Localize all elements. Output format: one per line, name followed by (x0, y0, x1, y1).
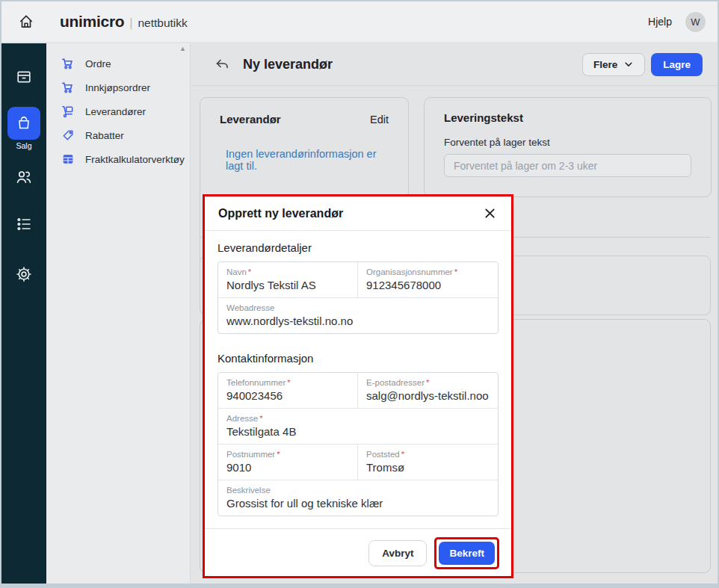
required-mark: * (426, 378, 429, 387)
logo-divider: | (129, 16, 132, 30)
required-mark: * (259, 414, 262, 423)
sidebar-item-fraktkalkulator[interactable]: Fraktkalkulatorverktøy (46, 147, 190, 171)
customers-icon[interactable] (1, 168, 46, 186)
adresse-input[interactable] (226, 424, 490, 439)
required-mark: * (277, 450, 280, 459)
back-arrow-icon[interactable] (212, 54, 232, 75)
modal-header: Opprett ny leverandør (205, 196, 511, 231)
modal-body: Leverandørdetaljer Navn* Organisasjonsnu… (205, 231, 511, 528)
delivery-card-title: Leveringstekst (444, 111, 523, 124)
field-navn: Navn* (218, 262, 358, 297)
field-postnummer: Postnummer* (218, 445, 358, 480)
modal-footer: Avbryt Bekreft (205, 528, 511, 578)
epostadresser-input[interactable] (366, 388, 490, 403)
supplier-edit-link[interactable]: Edit (370, 114, 389, 126)
page-title: Ny leverandør (243, 57, 333, 72)
required-mark: * (248, 267, 251, 276)
section-title-contact: Kontaktinformasjon (217, 352, 499, 365)
postnummer-input[interactable] (226, 459, 349, 474)
telefonnummer-input[interactable] (226, 388, 349, 403)
sidebar-item-label: Ordre (85, 58, 111, 69)
field-webadresse-label: Webadresse (226, 303, 274, 312)
sidebar-item-salg-label: Salg (1, 141, 46, 150)
create-supplier-modal: Opprett ny leverandør Leverandørdetaljer… (203, 194, 513, 578)
cart-icon (61, 81, 75, 95)
logo-unimicro: unimicro (60, 13, 124, 31)
supplier-details-group: Navn* Organisasjonsnummer* Webadresse (217, 261, 499, 334)
expected-stock-input[interactable] (444, 154, 691, 177)
app-window: unimicro | nettbutikk Hjelp W Salg (0, 0, 719, 588)
confirm-highlight-frame: Bekreft (434, 537, 499, 569)
field-poststed: Poststed* (358, 445, 498, 480)
save-button[interactable]: Lagre (651, 53, 703, 76)
header-actions: Flere Lagre (582, 53, 703, 76)
settings-gear-icon[interactable] (1, 265, 46, 283)
primary-sidebar: Salg (1, 43, 46, 584)
sidebar-item-label: Innkjøpsordrer (85, 82, 150, 93)
sidebar-item-salg[interactable] (7, 107, 40, 140)
collapse-arrow-icon[interactable]: ▲ (179, 45, 186, 52)
page-header: Ny leverandør Flere Lagre (191, 43, 718, 86)
topbar-right: Hjelp W (648, 12, 706, 32)
required-mark: * (287, 378, 290, 387)
hand-truck-icon (61, 105, 75, 119)
navn-input[interactable] (226, 277, 349, 292)
user-avatar[interactable]: W (685, 12, 706, 32)
sidebar-item-ordre[interactable]: Ordre (46, 52, 190, 75)
field-orgnr: Organisasjonsnummer* (358, 262, 498, 297)
beskrivelse-input[interactable] (226, 495, 490, 510)
secondary-sidebar: ▲ Ordre Innkjøpsordrer Le (46, 43, 191, 584)
modal-title: Opprett ny leverandør (218, 207, 343, 220)
sidebar-item-label: Fraktkalkulatorverktøy (85, 154, 185, 165)
tag-icon (61, 129, 75, 143)
orgnr-input[interactable] (366, 277, 490, 292)
supplier-card-title: Leverandør (220, 113, 281, 126)
delivery-text-card: Leveringstekst Forventet på lager tekst (424, 97, 712, 197)
cart-icon (61, 57, 75, 71)
field-navn-label: Navn (226, 267, 247, 276)
field-poststed-label: Poststed (366, 450, 400, 459)
sidebar-item-leverandorer[interactable]: Leverandører (46, 99, 190, 123)
cancel-button[interactable]: Avbryt (368, 540, 427, 566)
field-telefonnummer: Telefonnummer* (218, 373, 358, 408)
field-adresse: Adresse* (218, 409, 498, 444)
poststed-input[interactable] (366, 459, 490, 474)
confirm-button[interactable]: Bekreft (439, 542, 495, 565)
field-telefonnummer-label: Telefonnummer (226, 378, 286, 387)
more-button-label: Flere (593, 59, 617, 70)
topbar: unimicro | nettbutikk Hjelp W (1, 1, 718, 43)
sidebar-item-label: Leverandører (85, 106, 146, 117)
sidebar-item-label: Rabatter (85, 130, 124, 141)
field-orgnr-label: Organisasjonsnummer (366, 267, 453, 276)
field-epostadresser-label: E-postadresser (366, 378, 425, 387)
webadresse-input[interactable] (226, 313, 490, 328)
field-beskrivelse-label: Beskrivelse (226, 486, 271, 495)
supplier-empty-text: Ingen leverandørinformasjon er lagt til. (220, 148, 389, 172)
table-icon (61, 152, 75, 167)
close-icon[interactable] (481, 205, 498, 222)
home-icon[interactable] (13, 9, 39, 34)
required-mark: * (454, 267, 457, 276)
sidebar-item-innkjopsordrer[interactable]: Innkjøpsordrer (46, 75, 190, 99)
field-postnummer-label: Postnummer (226, 450, 275, 459)
required-mark: * (401, 450, 404, 459)
expected-stock-label: Forventet på lager tekst (444, 137, 691, 148)
field-epostadresser: E-postadresser* (358, 373, 498, 408)
field-webadresse: Webadresse (218, 298, 498, 333)
chevron-down-icon (623, 59, 634, 69)
logo-nettbutikk: nettbutikk (138, 16, 187, 30)
list-icon[interactable] (1, 215, 46, 233)
more-button[interactable]: Flere (582, 53, 645, 76)
brand-logo: unimicro | nettbutikk (60, 13, 188, 31)
section-title-details: Leverandørdetaljer (217, 241, 499, 254)
sidebar-item-rabatter[interactable]: Rabatter (46, 123, 190, 147)
field-beskrivelse: Beskrivelse (218, 480, 498, 516)
field-adresse-label: Adresse (226, 414, 258, 423)
help-link[interactable]: Hjelp (648, 16, 672, 28)
contact-info-group: Telefonnummer* E-postadresser* Adresse* (217, 372, 499, 516)
archive-icon[interactable] (1, 68, 46, 86)
